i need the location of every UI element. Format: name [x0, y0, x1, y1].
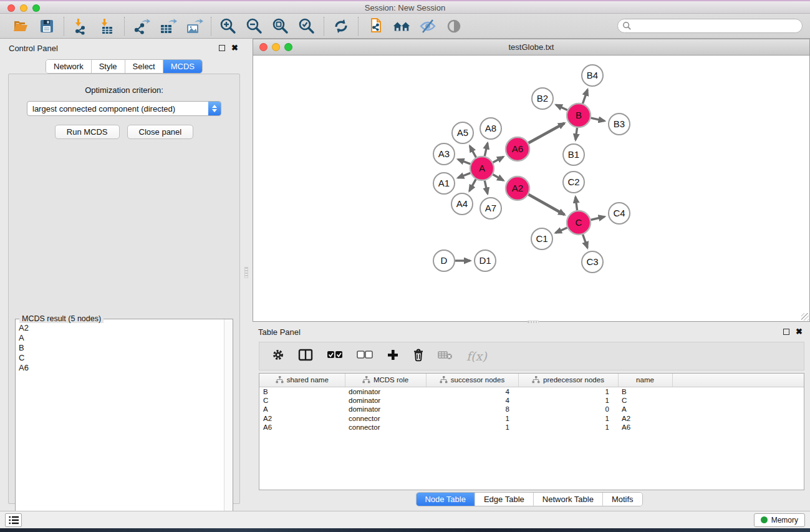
- column-header-predecessor-nodes[interactable]: predecessor nodes: [518, 374, 618, 387]
- close-table-panel-icon[interactable]: ✖: [796, 329, 803, 335]
- graph-node-C[interactable]: C: [567, 211, 591, 235]
- tab-network[interactable]: Network: [46, 60, 92, 73]
- export-network-icon[interactable]: [132, 17, 151, 36]
- graph-node-B3[interactable]: B3: [609, 114, 630, 135]
- export-image-icon[interactable]: [185, 17, 203, 36]
- table-row[interactable]: Cdominator41C: [259, 396, 804, 405]
- zoom-selected-icon[interactable]: [297, 17, 316, 36]
- refresh-icon[interactable]: [332, 17, 350, 36]
- mcds-result-item[interactable]: A: [19, 333, 223, 343]
- graph-edge-C-C3[interactable]: [583, 235, 587, 248]
- add-column-icon[interactable]: [387, 349, 399, 364]
- graph-node-A6[interactable]: A6: [506, 137, 529, 161]
- network-canvas[interactable]: B4B2BB3A8A5A6A3B1AC2A1A2A4A7C4CC1DD1C3: [253, 56, 809, 321]
- graph-node-B4[interactable]: B4: [582, 65, 603, 86]
- table-row[interactable]: Bdominator41B: [259, 387, 804, 396]
- graph-edge-B-B2[interactable]: [556, 105, 567, 110]
- mcds-result-item[interactable]: C: [19, 353, 223, 363]
- import-network-icon[interactable]: [72, 17, 90, 36]
- close-panel-button[interactable]: Close panel: [127, 125, 194, 139]
- graph-edge-A-A8[interactable]: [485, 143, 488, 156]
- export-table-icon[interactable]: [158, 17, 177, 36]
- mcds-result-item[interactable]: A2: [19, 323, 223, 333]
- column-header-MCDS-role[interactable]: MCDS role: [345, 374, 426, 387]
- zoom-fit-icon[interactable]: [271, 17, 290, 36]
- import-table-icon[interactable]: [98, 17, 117, 36]
- resize-handle-icon[interactable]: [801, 313, 809, 321]
- tab-network-table[interactable]: Network Table: [534, 493, 603, 506]
- graph-node-B2[interactable]: B2: [532, 88, 553, 109]
- save-session-icon[interactable]: [37, 17, 56, 36]
- memory-button[interactable]: Memory: [754, 513, 805, 527]
- column-header-successor-nodes[interactable]: successor nodes: [426, 374, 518, 387]
- graph-node-A8[interactable]: A8: [480, 118, 501, 139]
- zoom-out-icon[interactable]: [245, 17, 264, 36]
- tab-node-table[interactable]: Node Table: [416, 493, 475, 506]
- criterion-dropdown[interactable]: largest connected component (directed): [27, 101, 221, 116]
- graph-edge-C-C2[interactable]: [576, 197, 577, 210]
- task-history-button[interactable]: [5, 513, 22, 527]
- float-panel-icon[interactable]: [219, 45, 225, 51]
- graph-edge-A-A1[interactable]: [458, 173, 470, 178]
- delete-column-icon[interactable]: [413, 349, 424, 364]
- graph-edge-B-B3[interactable]: [591, 118, 605, 121]
- graph-edge-A2-C[interactable]: [528, 195, 564, 215]
- tab-motifs[interactable]: Motifs: [603, 493, 642, 506]
- clone-network-icon[interactable]: [366, 17, 385, 36]
- graph-edge-A-A6[interactable]: [493, 157, 504, 162]
- graph-edge-A6-B[interactable]: [529, 123, 565, 143]
- graph-node-C2[interactable]: C2: [563, 172, 584, 193]
- graph-node-B1[interactable]: B1: [563, 144, 584, 165]
- tab-mcds[interactable]: MCDS: [163, 60, 202, 73]
- graph-node-A[interactable]: A: [470, 157, 494, 180]
- graph-edge-A-A5[interactable]: [470, 146, 476, 157]
- graph-node-A1[interactable]: A1: [433, 173, 455, 194]
- table-row[interactable]: Adominator80A: [259, 405, 804, 414]
- show-column-icon[interactable]: [298, 349, 313, 364]
- graph-edge-B-B4[interactable]: [583, 90, 588, 104]
- graph-edge-C-C4[interactable]: [591, 216, 604, 220]
- settings-gear-icon[interactable]: [272, 349, 284, 364]
- graph-edge-A-A7[interactable]: [485, 181, 488, 194]
- hide-unhide-icon[interactable]: [418, 17, 437, 36]
- graph-node-C4[interactable]: C4: [609, 203, 630, 224]
- bird-eye-icon[interactable]: [445, 17, 463, 36]
- graph-edge-A-A3[interactable]: [458, 159, 470, 163]
- select-all-checks-icon[interactable]: [327, 351, 343, 362]
- mcds-result-item[interactable]: B: [19, 343, 223, 353]
- graph-node-A7[interactable]: A7: [480, 198, 501, 219]
- open-session-icon[interactable]: [11, 17, 30, 36]
- graph-edge-A-A4[interactable]: [470, 179, 476, 191]
- network-window-titlebar[interactable]: testGlobe.txt: [253, 39, 809, 56]
- graph-node-D1[interactable]: D1: [475, 250, 496, 271]
- graph-node-A3[interactable]: A3: [433, 143, 455, 165]
- tab-style[interactable]: Style: [92, 60, 125, 73]
- zoom-in-icon[interactable]: [219, 17, 238, 36]
- graph-node-D[interactable]: D: [433, 250, 455, 271]
- home-view-icon[interactable]: [392, 17, 411, 36]
- mcds-result-item[interactable]: A6: [19, 363, 223, 373]
- graph-edge-A-A2[interactable]: [493, 175, 503, 180]
- column-header-shared-name[interactable]: shared name: [259, 374, 345, 387]
- network-graph[interactable]: B4B2BB3A8A5A6A3B1AC2A1A2A4A7C4CC1DD1C3: [253, 56, 809, 321]
- graph-node-A5[interactable]: A5: [452, 122, 473, 143]
- graph-node-C1[interactable]: C1: [531, 228, 552, 249]
- column-header-name[interactable]: name: [618, 374, 672, 387]
- deselect-all-checks-icon[interactable]: [357, 351, 373, 362]
- tab-edge-table[interactable]: Edge Table: [475, 493, 534, 506]
- run-mcds-button[interactable]: Run MCDS: [55, 125, 120, 139]
- graph-node-B[interactable]: B: [567, 104, 591, 127]
- search-input[interactable]: [617, 19, 803, 33]
- vertical-splitter-grip[interactable]: [244, 267, 248, 278]
- graph-node-C3[interactable]: C3: [582, 251, 603, 273]
- graph-node-A2[interactable]: A2: [506, 177, 529, 200]
- close-panel-icon[interactable]: ✖: [231, 45, 238, 51]
- result-scrollbar[interactable]: [224, 319, 233, 531]
- table-row[interactable]: A2connector11A2: [259, 414, 804, 423]
- tab-select[interactable]: Select: [125, 60, 163, 73]
- float-table-panel-icon[interactable]: [783, 329, 789, 335]
- graph-edge-C-C1[interactable]: [556, 228, 567, 233]
- graph-node-A4[interactable]: A4: [451, 193, 473, 215]
- graph-edge-B-B1[interactable]: [576, 128, 577, 140]
- table-row[interactable]: A6connector11A6: [259, 423, 804, 432]
